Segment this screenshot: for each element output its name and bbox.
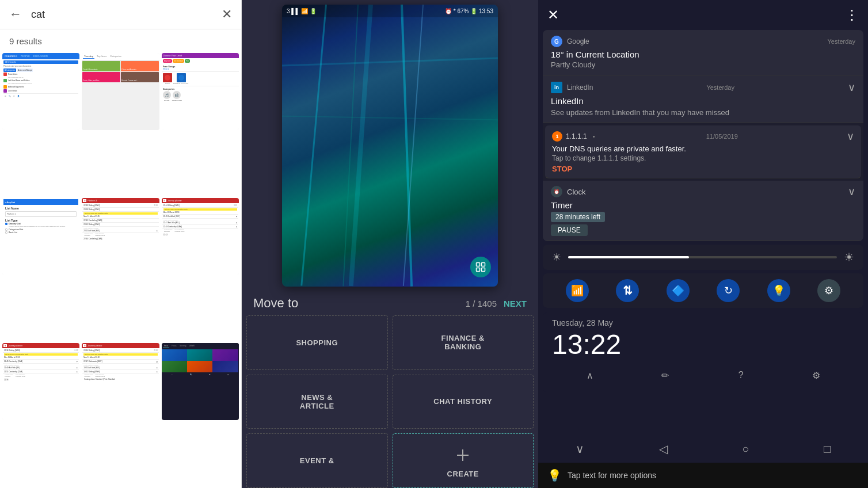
result-item-7[interactable]: N Journey planner 23:34 Woking [NWH] 0:1… [2,343,79,420]
question-icon[interactable]: ? [730,365,751,386]
nav-back-button[interactable]: ◁ [659,442,668,456]
linkedin-expand-button[interactable]: ∨ [848,81,855,94]
svg-rect-1 [482,263,485,266]
linkedin-notif-body: See updates from LinkedIn that you may h… [551,108,855,117]
result-item-6[interactable]: N Journey planner 22:44 Woking [NWH] 0:1… [162,198,239,275]
linkedin-source: LinkedIn [567,83,593,92]
clock-notif-title: Timer [551,200,855,210]
dns-title: Your DNS queries are private and faster. [552,144,854,153]
capture-button[interactable] [470,257,491,277]
notification-panel: G Google Yesterday 18° in Current Locati… [543,30,863,241]
sync-icon: ⇅ [623,284,633,298]
search-bar: ← ✕ [0,0,241,29]
phone-frame: 3 ▌▌ 📶 🔋 ⏰ * 67% 🔋 13:53 [282,5,498,287]
result-item-1[interactable]: CHANNELS PEOPLE DISCUSSION ⊞ Channels Pl… [2,53,79,130]
settings-lock-icon[interactable]: ⚙ [806,365,827,386]
dns-stop-button[interactable]: STOP [552,165,854,173]
left-panel: ← ✕ 9 results CHANNELS PEOPLE DISCUSSION… [0,0,242,488]
phone-status-left: 3 ▌▌ 📶 🔋 [287,8,317,14]
google-notification[interactable]: G Google Yesterday 18° in Current Locati… [543,30,863,75]
clock-header: ⏰ Clock ∨ [551,185,855,198]
linkedin-notification[interactable]: in LinkedIn Yesterday ∨ LinkedIn See upd… [543,75,863,123]
dns-header: 1 1.1.1.1 • 11/05/2019 ∨ [552,130,854,143]
google-time: Yesterday [827,38,855,45]
category-chat-label: CHAT HISTORY [433,397,492,406]
clock-source: Clock [567,188,586,196]
clock-notification[interactable]: ⏰ Clock ∨ Timer 28 minutes left PAUSE [543,181,863,241]
result-item-9[interactable]: Relax Focus Morning ASMR ⋯ 🔍 ❤ [162,343,239,420]
search-results-grid: CHANNELS PEOPLE DISCUSSION ⊞ Channels Pl… [0,51,241,488]
svg-rect-3 [482,268,485,272]
result-item-2[interactable]: Trending Top Items Categories Cacti & Su… [82,53,159,130]
clear-search-button[interactable]: ✕ [222,7,232,22]
brightness-row: ☀ ☀ [543,245,863,270]
clock-expand-button[interactable]: ∨ [848,185,855,198]
dns-icon: 1 [552,131,562,142]
dns-date: 11/05/2019 [706,133,738,140]
edit-icon[interactable]: ✏ [655,365,676,386]
svg-rect-0 [477,263,480,266]
google-icon: G [551,36,562,47]
close-button[interactable]: ✕ [547,7,559,23]
category-event[interactable]: EVENT & [246,433,388,488]
top-bar: ✕ ⋮ [538,0,868,30]
settings-icon: ⚙ [824,284,833,297]
more-options-button[interactable]: ⋮ [845,7,859,23]
google-notif-header: G Google Yesterday [551,36,855,47]
category-shopping-label: SHOPPING [296,338,338,347]
brightness-high-icon: ☀ [844,250,854,264]
result-item-4[interactable]: + AnyList List Name Platform 1 List Type… [2,198,79,275]
result-item-8[interactable]: N Journey planner 23:34 Woking [NWH] 0:1… [82,343,159,420]
svg-rect-2 [477,268,480,272]
google-source: Google [567,37,589,45]
categories-grid: SHOPPING FINANCE & BANKING NEWS & ARTICL… [242,315,538,488]
search-input[interactable] [31,9,212,21]
dns-expand-button[interactable]: ∨ [847,130,854,143]
category-shopping[interactable]: SHOPPING [246,315,388,370]
settings-quick-button[interactable]: ⚙ [817,279,840,302]
nav-home-button[interactable]: ○ [742,443,749,456]
category-create[interactable]: CREATE [393,433,534,488]
dns-notification[interactable]: 1 1.1.1.1 • 11/05/2019 ∨ Your DNS querie… [545,125,861,178]
rotate-icon: ↻ [724,284,733,297]
nav-bar: ∨ ◁ ○ □ [538,435,868,463]
rotate-toggle[interactable]: ↻ [717,279,740,302]
nav-recents-button[interactable]: □ [824,443,831,456]
category-finance[interactable]: FINANCE & BANKING [393,315,534,370]
result-item-5[interactable]: N Platform 3 22:39 Woking [NWH] 0:13 23:… [82,198,159,275]
category-news[interactable]: NEWS & ARTICLE [246,375,388,429]
category-create-label: CREATE [447,470,479,478]
pagination: 1 / 1405 [466,299,497,308]
chevron-up-icon[interactable]: ∧ [580,365,600,386]
dns-bullet: • [593,133,595,140]
next-button[interactable]: NEXT [504,299,527,308]
timer-badge: 28 minutes left [551,212,605,222]
nav-chevron-down[interactable]: ∨ [576,442,584,456]
bluetooth-toggle[interactable]: 🔷 [667,279,690,302]
move-to-label: Move to [253,296,298,311]
google-notif-subtitle: Partly Cloudy [551,60,855,69]
category-news-label: NEWS & ARTICLE [300,393,334,410]
brightness-low-icon: ☀ [552,251,561,264]
lock-icons-row: ∧ ✏ ? ⚙ [552,365,854,386]
back-button[interactable]: ← [9,7,22,22]
sync-toggle[interactable]: ⇅ [616,279,639,302]
lock-time: 13:22 [552,329,854,360]
linkedin-time: Yesterday [706,84,734,91]
timer-pause-button[interactable]: PAUSE [551,224,588,236]
clock-icon: ⏰ [551,186,562,197]
results-count: 9 results [0,29,241,51]
result-item-3[interactable]: Choose Your Level Beginner Intermediate … [162,53,239,130]
dns-source: 1.1.1.1 [566,132,587,140]
linkedin-notif-title: LinkedIn [551,96,855,106]
category-finance-label: FINANCE & BANKING [441,334,485,351]
phone-status-right: ⏰ * 67% 🔋 13:53 [445,8,493,14]
flashlight-toggle[interactable]: 💡 [767,279,790,302]
bluetooth-icon: 🔷 [672,284,684,297]
move-to-section: Move to 1 / 1405 NEXT [242,287,538,315]
wifi-toggle[interactable]: 📶 [566,279,589,302]
brightness-slider[interactable] [568,256,837,258]
category-chat[interactable]: CHAT HISTORY [393,375,534,429]
lock-screen: Tuesday, 28 May 13:22 ∧ ✏ ? ⚙ [543,312,863,392]
category-event-label: EVENT & [300,456,334,465]
